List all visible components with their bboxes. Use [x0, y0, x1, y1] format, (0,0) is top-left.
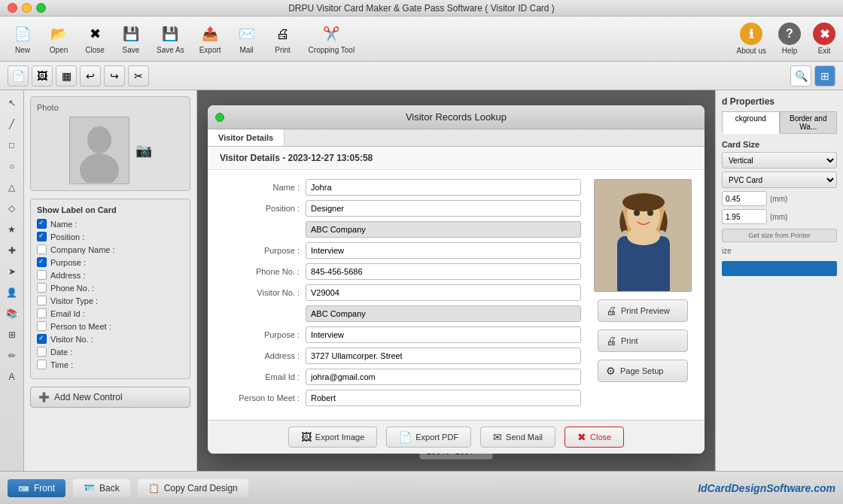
tab-back[interactable]: 🪪 Back — [73, 479, 130, 497]
page-setup-label: Page Setup — [620, 366, 664, 375]
ellipse-tool[interactable]: ○ — [2, 156, 22, 176]
line-tool[interactable]: ╱ — [2, 114, 22, 134]
checkbox-position[interactable]: Position : — [37, 232, 184, 241]
zoom-in-icon[interactable]: ⊞ — [814, 65, 835, 87]
pointer-tool[interactable]: ↖ — [2, 93, 22, 113]
checkbox-date-check[interactable] — [37, 347, 47, 357]
print-button[interactable]: 🖨 Print — [268, 20, 298, 57]
star-tool[interactable]: ★ — [2, 220, 22, 239]
export-image-button[interactable]: 🖼 Export Image — [288, 427, 377, 448]
modal-close-label: Close — [590, 433, 611, 442]
back-label: Back — [99, 483, 120, 493]
input-purpose1[interactable] — [306, 242, 581, 259]
zoom-out-icon[interactable]: 🔍 — [790, 65, 811, 87]
input-purpose2[interactable] — [306, 326, 581, 343]
undo-btn[interactable]: ↩ — [80, 65, 101, 87]
copy-icon: 📋 — [148, 483, 160, 493]
orientation-select[interactable]: Vertical Horizontal — [722, 152, 837, 169]
send-mail-button[interactable]: ✉ Send Mail — [480, 427, 555, 448]
checkbox-name-check[interactable] — [37, 219, 47, 229]
minimize-window-button[interactable] — [22, 3, 32, 13]
checkbox-name[interactable]: Name : — [37, 219, 184, 229]
checkbox-email[interactable]: Email Id : — [37, 308, 184, 318]
input-phone[interactable] — [306, 263, 581, 280]
triangle-tool[interactable]: △ — [2, 178, 22, 197]
window-controls[interactable] — [8, 3, 46, 13]
get-size-button[interactable]: Get size from Printer — [722, 229, 837, 242]
checkbox-person-to-meet[interactable]: Person to Meet : — [37, 321, 184, 331]
camera-icon[interactable]: 📷 — [135, 142, 152, 159]
checkbox-person-to-meet-label: Person to Meet : — [50, 322, 111, 331]
label-phone: Phone No. : — [217, 267, 300, 276]
checkbox-visitor-type-check[interactable] — [37, 296, 47, 305]
checkbox-date[interactable]: Date : — [37, 347, 184, 357]
text-tool[interactable]: A — [2, 367, 22, 387]
page-setup-button[interactable]: ⚙ Page Setup — [598, 360, 688, 382]
cross-tool[interactable]: ✚ — [2, 241, 22, 260]
add-new-control-button[interactable]: ➕ Add New Control — [30, 387, 190, 408]
checkbox-company[interactable]: Company Name : — [37, 244, 184, 254]
checkbox-person-to-meet-check[interactable] — [37, 321, 47, 331]
diamond-tool[interactable]: ◇ — [2, 199, 22, 218]
input-name[interactable] — [306, 179, 581, 196]
input-email[interactable] — [306, 369, 581, 385]
cut-btn[interactable]: ✂ — [128, 65, 149, 87]
checkbox-visitor-type[interactable]: Visitor Type : — [37, 296, 184, 305]
about-button[interactable]: ℹ About us — [737, 23, 766, 55]
close-button[interactable]: ✖ Close — [80, 20, 110, 57]
save-button[interactable]: 💾 Save — [116, 20, 146, 57]
maximize-window-button[interactable] — [36, 3, 46, 13]
close-window-button[interactable] — [8, 3, 17, 13]
page-btn[interactable]: 📄 — [8, 65, 29, 87]
barcode-btn[interactable]: ▦ — [56, 65, 77, 87]
open-button[interactable]: 📂 Open — [44, 20, 74, 57]
checkbox-email-check[interactable] — [37, 308, 47, 318]
input-company2[interactable] — [306, 305, 581, 322]
checkbox-phone[interactable]: Phone No. : — [37, 283, 184, 293]
checkbox-address[interactable]: Address : — [37, 270, 184, 280]
copy-card-design-button[interactable]: 📋 Copy Card Design — [138, 479, 248, 497]
checkbox-visitor-no[interactable]: Visitor No. : — [37, 334, 184, 344]
label-position: Position : — [217, 204, 300, 213]
help-button[interactable]: ? Help — [778, 23, 801, 55]
book-tool[interactable]: 📚 — [2, 304, 22, 323]
barcode-tool[interactable]: ⊞ — [2, 325, 22, 345]
tab-front[interactable]: 🪪 Front — [8, 479, 65, 497]
tab-background[interactable]: ckground — [722, 111, 780, 134]
checkbox-time-check[interactable] — [37, 360, 47, 369]
input-person[interactable] — [306, 390, 581, 406]
checkbox-position-check[interactable] — [37, 232, 47, 241]
height-input[interactable] — [722, 209, 767, 224]
input-visitor-no[interactable] — [306, 284, 581, 301]
width-input[interactable] — [722, 191, 767, 206]
modal-close-button[interactable]: ✖ Close — [565, 427, 624, 448]
new-button[interactable]: 📄 New — [8, 20, 38, 57]
redo-btn[interactable]: ↪ — [104, 65, 125, 87]
checkbox-visitor-no-check[interactable] — [37, 334, 47, 344]
tab-border[interactable]: Border and Wa... — [780, 111, 838, 134]
rect-tool[interactable]: □ — [2, 135, 22, 155]
input-company1[interactable] — [306, 221, 581, 238]
checkbox-time[interactable]: Time : — [37, 360, 184, 369]
cropping-tool-button[interactable]: ✂️ Cropping Tool — [304, 20, 360, 57]
tab-visitor-details[interactable]: Visitor Details — [208, 129, 285, 146]
exit-button[interactable]: ✖ Exit — [813, 23, 835, 55]
export-pdf-button[interactable]: 📄 Export PDF — [386, 427, 471, 448]
arrow-tool[interactable]: ➤ — [2, 262, 22, 281]
image-btn[interactable]: 🖼 — [32, 65, 53, 87]
input-position[interactable] — [306, 200, 581, 217]
save-as-button[interactable]: 💾 Save As — [152, 20, 189, 57]
print-preview-button[interactable]: 🖨 Print Preview — [598, 299, 688, 322]
checkbox-purpose[interactable]: Purpose : — [37, 257, 184, 267]
card-type-select[interactable]: PVC Card CR80 Card — [722, 172, 837, 188]
photo-tool[interactable]: 👤 — [2, 283, 22, 302]
checkbox-purpose-check[interactable] — [37, 257, 47, 267]
input-address[interactable] — [306, 348, 581, 364]
export-button[interactable]: 📤 Export — [195, 20, 226, 57]
pencil-tool[interactable]: ✏ — [2, 346, 22, 366]
print-button[interactable]: 🖨 Print — [598, 329, 688, 352]
checkbox-company-check[interactable] — [37, 244, 47, 254]
mail-button[interactable]: ✉️ Mail — [232, 20, 262, 57]
checkbox-address-check[interactable] — [37, 270, 47, 280]
checkbox-phone-check[interactable] — [37, 283, 47, 293]
